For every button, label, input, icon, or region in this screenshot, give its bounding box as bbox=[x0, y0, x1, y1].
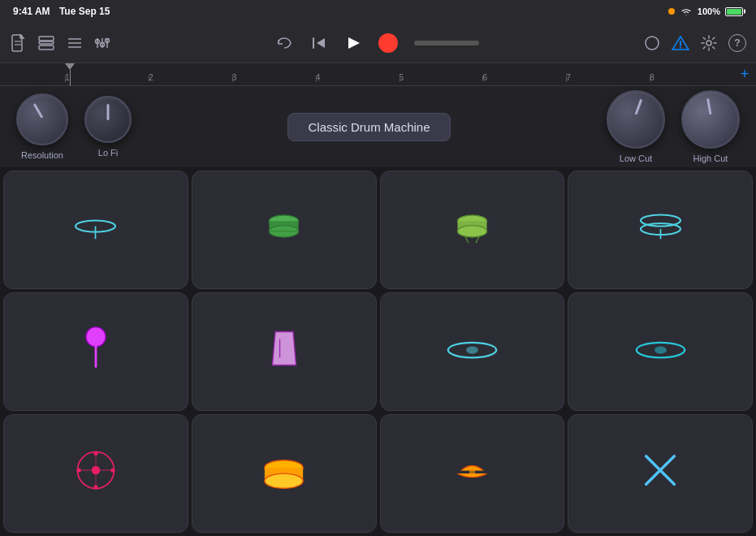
lofi-label: Lo Fi bbox=[98, 148, 118, 158]
status-bar: 9:41 AM Tue Sep 15 100% bbox=[0, 0, 756, 23]
pad-snare2[interactable] bbox=[380, 171, 565, 289]
ruler-mark-3: 3 bbox=[232, 73, 316, 82]
orange-dot bbox=[668, 8, 675, 15]
pad-cymbal[interactable] bbox=[380, 292, 565, 411]
play-icon[interactable] bbox=[344, 36, 362, 50]
instrument-label-box: Classic Drum Machine bbox=[148, 113, 590, 141]
document-icon[interactable] bbox=[10, 34, 26, 52]
battery-icon bbox=[725, 7, 743, 16]
svg-point-51 bbox=[76, 468, 80, 472]
pad-icon-sticks bbox=[639, 449, 681, 499]
svg-point-21 bbox=[680, 46, 681, 48]
ruler-mark-4: 4 bbox=[316, 73, 400, 82]
resolution-knob[interactable] bbox=[16, 93, 68, 145]
pad-hi-hat-closed[interactable] bbox=[3, 171, 188, 289]
help-icon[interactable]: ? bbox=[728, 34, 746, 52]
progress-bar bbox=[414, 41, 479, 45]
svg-rect-4 bbox=[39, 41, 54, 44]
pad-hi-hat-open[interactable] bbox=[568, 171, 753, 289]
controls-right: Low Cut High Cut bbox=[607, 90, 740, 163]
status-date: Tue Sep 15 bbox=[59, 6, 110, 17]
lowcut-knob-group: Low Cut bbox=[607, 90, 665, 163]
ruler-mark-6: 6 bbox=[482, 73, 566, 82]
undo-icon[interactable] bbox=[276, 36, 294, 50]
metronome-icon[interactable] bbox=[644, 35, 660, 51]
pad-maracas[interactable] bbox=[3, 292, 188, 411]
highcut-knob[interactable] bbox=[681, 90, 740, 149]
ruler-mark-1: 1 bbox=[65, 73, 149, 82]
pad-icon-bass-drum bbox=[261, 450, 306, 498]
rewind-icon[interactable] bbox=[310, 36, 328, 50]
svg-point-56 bbox=[469, 469, 475, 474]
svg-point-18 bbox=[646, 37, 659, 50]
svg-point-50 bbox=[93, 485, 97, 489]
mixer-icon[interactable] bbox=[94, 36, 110, 50]
status-time: 9:41 AM bbox=[13, 6, 50, 17]
ruler-mark-2: 2 bbox=[149, 73, 232, 82]
pad-cymbal2[interactable] bbox=[568, 292, 753, 411]
toolbar-left bbox=[10, 34, 110, 52]
ruler-marks: 12345678 bbox=[65, 63, 733, 85]
svg-marker-17 bbox=[348, 37, 360, 49]
svg-point-49 bbox=[93, 451, 97, 455]
ruler-mark-8: 8 bbox=[650, 73, 733, 82]
pad-icon-hi-hat-closed bbox=[73, 212, 118, 248]
svg-rect-3 bbox=[39, 37, 54, 41]
toolbar-right: ? bbox=[644, 34, 746, 52]
tempo-icon[interactable] bbox=[672, 35, 689, 51]
ruler-mark-5: 5 bbox=[400, 73, 483, 82]
lowcut-label: Low Cut bbox=[620, 153, 652, 163]
highcut-knob-group: High Cut bbox=[681, 90, 740, 163]
pad-icon-maracas bbox=[80, 326, 112, 378]
status-right: 100% bbox=[668, 6, 743, 16]
lofi-knob-group: Lo Fi bbox=[84, 96, 132, 158]
svg-point-42 bbox=[466, 346, 478, 353]
toolbar: ? bbox=[0, 23, 756, 63]
svg-point-37 bbox=[86, 327, 106, 347]
controls-area: Resolution Lo Fi Classic Drum Machine Lo… bbox=[0, 86, 756, 167]
svg-point-52 bbox=[110, 468, 114, 472]
pad-icon-cymbal2 bbox=[634, 335, 687, 370]
pad-icon-snare2 bbox=[454, 208, 490, 252]
settings-icon[interactable] bbox=[701, 35, 717, 51]
pad-clap[interactable] bbox=[380, 414, 565, 533]
battery-percent: 100% bbox=[698, 6, 720, 16]
pad-icon-cymbal bbox=[446, 335, 499, 370]
resolution-label: Resolution bbox=[21, 150, 63, 160]
wifi-icon bbox=[680, 6, 693, 16]
svg-marker-16 bbox=[317, 38, 325, 48]
pad-spinner[interactable] bbox=[3, 414, 188, 533]
svg-rect-5 bbox=[39, 45, 54, 50]
layers-icon[interactable] bbox=[37, 36, 55, 50]
status-left: 9:41 AM Tue Sep 15 bbox=[13, 6, 110, 17]
ruler-mark-7: 7 bbox=[566, 73, 650, 82]
lofi-knob[interactable] bbox=[84, 96, 132, 143]
pad-icon-clap bbox=[450, 450, 495, 498]
pad-icon-snare bbox=[266, 208, 302, 252]
pad-icon-spinner bbox=[75, 449, 117, 499]
list-icon[interactable] bbox=[67, 36, 83, 50]
lowcut-knob[interactable] bbox=[607, 90, 665, 149]
highcut-label: High Cut bbox=[693, 153, 728, 163]
svg-marker-39 bbox=[272, 331, 296, 365]
pad-icon-hi-hat-open bbox=[638, 212, 683, 248]
resolution-knob-group: Resolution bbox=[16, 93, 68, 160]
pad-snare[interactable] bbox=[192, 171, 377, 289]
timeline-ruler: 12345678 + bbox=[0, 63, 756, 86]
svg-point-55 bbox=[265, 473, 303, 488]
svg-point-44 bbox=[654, 346, 667, 353]
pad-cowbell[interactable] bbox=[192, 292, 377, 411]
pad-bass-drum[interactable] bbox=[192, 414, 377, 533]
pads-grid bbox=[0, 167, 756, 536]
svg-point-31 bbox=[457, 226, 486, 237]
svg-point-22 bbox=[706, 41, 711, 45]
add-track-button[interactable]: + bbox=[733, 63, 756, 86]
pad-icon-cowbell bbox=[268, 328, 300, 376]
toolbar-center bbox=[276, 33, 479, 53]
instrument-name: Classic Drum Machine bbox=[287, 113, 450, 141]
record-button[interactable] bbox=[378, 33, 398, 53]
pad-sticks[interactable] bbox=[568, 414, 753, 533]
